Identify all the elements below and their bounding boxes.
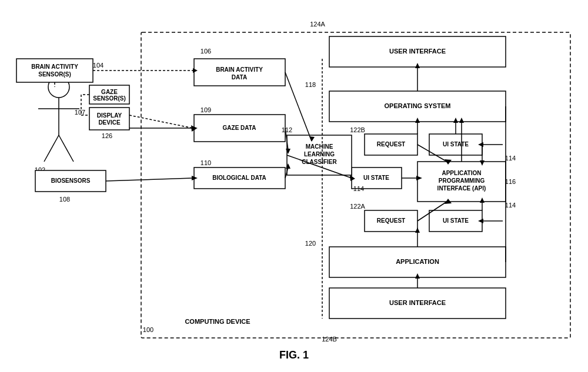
gaze-sensor-label1: GAZE xyxy=(101,89,118,95)
ui-state-bottom-label: UI STATE xyxy=(443,217,469,224)
ref-100: 100 xyxy=(143,326,153,333)
display-device-label2: DEVICE xyxy=(98,119,121,126)
ref-112: 112 xyxy=(282,126,292,133)
api-label-line3: INTERFACE (API) xyxy=(437,185,486,192)
ml-label1: MACHINE xyxy=(306,143,333,150)
ref-110: 110 xyxy=(201,159,211,166)
ref-114b: 114 xyxy=(505,202,516,209)
ui-state-top-label: UI STATE xyxy=(443,141,469,148)
ref-109: 109 xyxy=(201,106,211,113)
ref-107: 107 xyxy=(75,109,85,116)
gaze-data-label: GAZE DATA xyxy=(223,125,256,131)
request-bottom-label: REQUEST xyxy=(377,217,405,224)
brain-sensor-label1: BRAIN ACTIVITY xyxy=(31,63,78,70)
ref-120: 120 xyxy=(305,240,316,247)
ref-114a: 114 xyxy=(505,155,516,162)
biosensors-label: BIOSENSORS xyxy=(51,177,91,184)
ref-124b: 124B xyxy=(322,336,337,343)
brain-activity-data-label2: DATA xyxy=(232,74,247,81)
ref-104: 104 xyxy=(93,62,103,69)
operating-system-label: OPERATING SYSTEM xyxy=(385,102,451,109)
ref-114c: 114 xyxy=(353,185,364,192)
api-label-line1: APPLICATION xyxy=(442,170,481,176)
application-label: APPLICATION xyxy=(396,258,439,265)
diagram-container: COMPUTING DEVICE 100 124A 124B USER INTE… xyxy=(0,0,588,372)
ml-label2: LEARNING xyxy=(304,151,335,157)
ml-label3: CLASSIFIER xyxy=(302,159,337,165)
brain-sensor-label2: SENSOR(S) xyxy=(38,71,71,78)
display-device-label1: DISPLAY xyxy=(97,112,122,119)
user-interface-bottom-label: USER INTERFACE xyxy=(389,299,446,306)
ref-122a: 122A xyxy=(350,203,365,210)
computing-device-label: COMPUTING DEVICE xyxy=(185,318,250,325)
ref-118: 118 xyxy=(305,81,316,88)
ref-116: 116 xyxy=(505,178,516,185)
user-interface-top-label: USER INTERFACE xyxy=(389,48,446,55)
ref-124a: 124A xyxy=(310,21,325,28)
ref-108: 108 xyxy=(59,196,70,203)
request-top-label: REQUEST xyxy=(377,141,405,148)
biological-data-label: BIOLOGICAL DATA xyxy=(212,175,266,181)
ref-106: 106 xyxy=(201,48,211,55)
api-label-line2: PROGRAMMING xyxy=(439,177,485,184)
fig-label: FIG. 1 xyxy=(279,349,309,361)
ref-126: 126 xyxy=(102,132,112,139)
ref-122b: 122B xyxy=(350,126,365,133)
gaze-sensor-label2: SENSOR(S) xyxy=(93,95,126,102)
brain-activity-data-label1: BRAIN ACTIVITY xyxy=(216,66,263,73)
ui-state-middle-label: UI STATE xyxy=(363,175,389,181)
